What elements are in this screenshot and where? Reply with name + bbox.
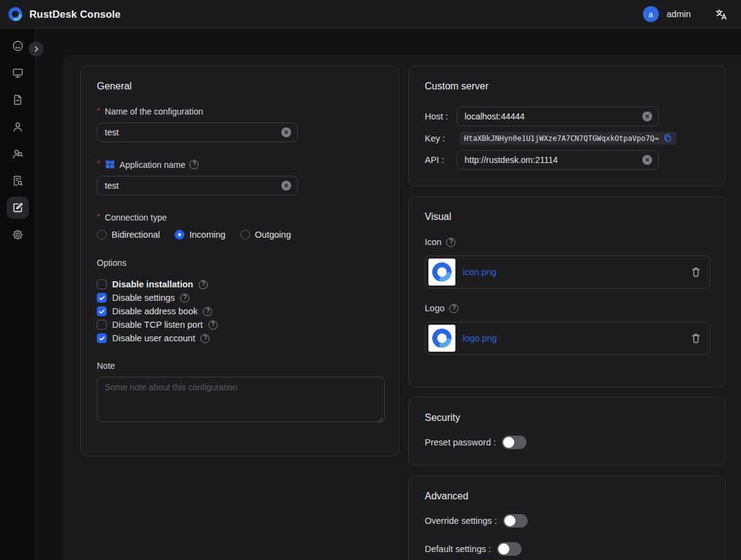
right-column: Custom server Host : × Key : HtaXBkJNHyn… [408,66,726,560]
sidebar-item-dashboard[interactable] [7,35,29,57]
edit-square-icon [12,202,24,214]
checkbox-disable-tcp-listen-port[interactable]: Disable TCP listen port ? [97,318,383,331]
required-asterisk: * [97,106,100,115]
security-card: Security Preset password : [408,397,726,466]
required-asterisk: * [97,212,100,221]
sidebar-item-configurations[interactable] [7,197,29,219]
note-textarea[interactable] [97,377,385,422]
config-name-label: * Name of the configuration [97,107,383,116]
config-name-input[interactable] [105,127,281,137]
user-icon [12,121,24,133]
help-icon[interactable]: ? [203,307,212,316]
clear-icon[interactable]: × [642,112,652,121]
icon-file-link[interactable]: icon.png [463,267,691,277]
override-settings-label: Override settings : [425,516,497,526]
api-row: API : × [425,150,709,170]
toggle-knob [503,437,514,448]
host-input[interactable] [465,112,642,121]
default-settings-label: Default settings : [425,544,491,554]
help-icon[interactable]: ? [449,304,458,313]
translate-icon[interactable] [715,8,728,21]
app-title: RustDesk Console [29,9,121,20]
gear-icon [12,229,24,241]
help-icon[interactable]: ? [208,320,218,330]
icon-thumbnail [428,259,455,286]
general-card: General * Name of the configuration × * … [80,66,400,456]
logo-file-box: logo.png [425,322,710,355]
windows-icon [105,159,115,170]
radio-bidirectional[interactable]: Bidirectional [97,230,160,240]
checkbox-disable-installation[interactable]: Disable installation ? [97,278,383,291]
logo-thumbnail [428,325,455,352]
username[interactable]: admin [667,9,691,19]
preset-password-row: Preset password : [425,436,709,449]
sidebar-item-settings[interactable] [7,224,29,246]
logo-file-link[interactable]: logo.png [463,333,691,343]
avatar-initial: a [648,10,653,19]
default-settings-toggle[interactable] [497,542,522,556]
trash-icon[interactable] [691,267,701,278]
application-name-label: * Application name ? [97,159,383,170]
checkbox-box [97,306,107,316]
brand: RustDesk Console [7,6,121,22]
help-icon[interactable]: ? [189,160,199,169]
connection-type-label: * Connection type [97,213,383,222]
sidebar-item-users[interactable] [7,116,29,138]
radio-outgoing[interactable]: Outgoing [240,230,291,240]
help-icon[interactable]: ? [199,280,208,289]
key-value-chip: HtaXBkJNHyn0e1U1jWXze7A7CN7QTGWqxkOtpaVp… [460,132,677,145]
monitor-icon [12,67,24,79]
radio-circle [175,230,184,240]
checkbox-disable-settings[interactable]: Disable settings ? [97,291,383,305]
custom-server-title: Custom server [425,81,709,92]
advanced-card: Advanced Override settings : Default set… [408,475,726,560]
preset-password-toggle[interactable] [502,436,526,449]
trash-icon[interactable] [691,333,701,344]
note-label: Note [97,361,383,371]
help-icon[interactable]: ? [180,293,189,303]
security-title: Security [425,412,709,423]
clear-icon[interactable]: × [281,127,291,137]
host-row: Host : × [425,107,709,126]
checkbox-disable-user-account[interactable]: Disable user account ? [97,331,383,345]
custom-server-card: Custom server Host : × Key : HtaXBkJNHyn… [408,66,726,186]
general-title: General [97,81,383,92]
override-settings-row: Override settings : [425,514,709,528]
sidebar-item-devices[interactable] [7,62,29,84]
checkbox-disable-address-book[interactable]: Disable address book ? [97,305,383,318]
rustdesk-logo-icon [7,6,23,22]
users-group-icon [12,148,24,160]
sidebar-expand-button[interactable] [29,42,44,56]
smiley-icon [12,40,24,52]
clear-icon[interactable]: × [642,155,652,165]
logo-label: Logo ? [425,303,709,313]
chevron-right-icon [32,45,40,53]
clear-icon[interactable]: × [281,181,291,191]
toggle-knob [498,543,509,554]
radio-circle [240,230,250,240]
host-field: × [457,107,659,126]
preset-password-label: Preset password : [425,437,496,447]
override-settings-toggle[interactable] [503,514,528,528]
sidebar-item-documents[interactable] [7,89,29,111]
copy-icon[interactable] [663,134,672,143]
sidebar-item-audit[interactable] [7,170,29,192]
main-panel: General * Name of the configuration × * … [63,55,741,560]
user-avatar[interactable]: a [643,6,659,22]
api-input[interactable] [465,155,642,165]
api-label: API : [425,155,457,165]
icon-file-box: icon.png [425,255,710,289]
key-value: HtaXBkJNHyn0e1U1jWXze7A7CN7QTGWqxkOtpaVp… [464,134,659,143]
application-name-input[interactable] [105,181,281,191]
radio-incoming[interactable]: Incoming [175,230,226,240]
host-label: Host : [425,112,457,121]
options-label: Options [97,258,383,268]
visual-card: Visual Icon ? icon.png [408,196,726,387]
help-icon[interactable]: ? [200,334,210,343]
sidebar-item-groups[interactable] [7,143,29,165]
rustdesk-logo-icon [431,261,453,283]
config-name-field: × [97,123,298,142]
key-row: Key : HtaXBkJNHyn0e1U1jWXze7A7CN7QTGWqxk… [425,132,709,145]
api-field: × [457,150,659,170]
help-icon[interactable]: ? [446,238,455,247]
